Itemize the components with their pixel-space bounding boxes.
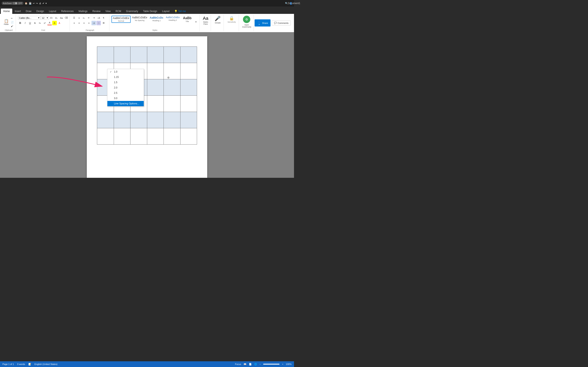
table-move-handle[interactable]: ⊕ bbox=[167, 76, 170, 79]
table-cell[interactable] bbox=[114, 128, 130, 145]
tab-draw[interactable]: Draw bbox=[23, 8, 34, 14]
table-cell[interactable] bbox=[114, 112, 130, 128]
italic-button[interactable]: I bbox=[23, 21, 27, 25]
align-left-button[interactable]: ≡ bbox=[72, 21, 76, 25]
clear-format-button[interactable]: ⌫ bbox=[64, 16, 69, 20]
comments-button[interactable]: 💬 Comments bbox=[272, 20, 291, 25]
table-cell[interactable] bbox=[97, 112, 114, 128]
tab-grammarly[interactable]: Grammarly bbox=[123, 8, 140, 14]
dictate-button[interactable]: 🎤 Dictate bbox=[213, 15, 222, 25]
ls-item-2-0[interactable]: 2.0 bbox=[107, 85, 144, 90]
tab-home[interactable]: Home bbox=[1, 8, 12, 14]
borders-button[interactable]: ⊞ bbox=[101, 21, 106, 25]
sensitivity-button[interactable]: 🔒 Sensitivity bbox=[226, 15, 237, 24]
align-center-button[interactable]: ≡ bbox=[77, 21, 81, 25]
tab-layout[interactable]: Layout bbox=[46, 8, 59, 14]
redo-icon[interactable]: ↪ bbox=[36, 2, 38, 5]
tab-view[interactable]: View bbox=[103, 8, 113, 14]
decrease-font-button[interactable]: A↓ bbox=[54, 16, 59, 20]
table-cell[interactable] bbox=[180, 112, 197, 128]
format-painter-button[interactable]: 🖌 bbox=[10, 25, 15, 28]
multilevel-button[interactable]: ≡↓ bbox=[82, 16, 86, 20]
table-cell[interactable] bbox=[97, 128, 114, 145]
strikethrough-button[interactable]: S bbox=[33, 21, 37, 25]
table-cell[interactable] bbox=[130, 112, 147, 128]
table-cell[interactable] bbox=[147, 128, 164, 145]
ls-item-options[interactable]: Line Spacing Options... bbox=[107, 101, 144, 106]
line-spacing-button[interactable]: ↕≡ bbox=[91, 21, 96, 25]
copy-button[interactable]: 📄 bbox=[10, 21, 15, 24]
increase-font-button[interactable]: A↑ bbox=[49, 16, 54, 20]
increase-indent-button[interactable]: ⇥ bbox=[91, 16, 96, 20]
bullets-button[interactable]: ☰ bbox=[72, 16, 76, 20]
underline-button[interactable]: U bbox=[28, 21, 32, 25]
style-no-spacing[interactable]: AaBbCcDdEe No Spacing bbox=[131, 16, 148, 22]
tab-tell-me[interactable]: 💡 Tell me bbox=[172, 8, 188, 14]
table-cell[interactable] bbox=[164, 47, 181, 63]
table-cell[interactable] bbox=[147, 79, 164, 96]
table-cell[interactable] bbox=[180, 47, 197, 63]
ls-item-1-5[interactable]: 1.5 bbox=[107, 80, 144, 85]
style-title[interactable]: AaBb Title bbox=[181, 16, 193, 23]
ls-item-3-0[interactable]: 3.0 bbox=[107, 96, 144, 101]
document-page[interactable]: ⊕ bbox=[87, 36, 207, 178]
font-color-button[interactable]: A bbox=[47, 21, 52, 25]
table-cell[interactable] bbox=[147, 63, 164, 79]
tab-tabledesign[interactable]: Table Design bbox=[141, 8, 160, 14]
style-heading1[interactable]: AaBbCcDc Heading 1 bbox=[149, 16, 164, 22]
paste-button[interactable]: 📋 Paste bbox=[3, 18, 9, 26]
table-cell[interactable] bbox=[180, 79, 197, 96]
styles-pane-button[interactable]: Aa StylesPane bbox=[202, 15, 210, 26]
tab-mailings[interactable]: Mailings bbox=[76, 8, 90, 14]
print-icon[interactable]: 🖨 bbox=[39, 2, 41, 4]
font-size-selector[interactable]: 12 ▾ bbox=[41, 16, 49, 20]
table-cell[interactable] bbox=[114, 47, 130, 63]
table-cell[interactable] bbox=[164, 112, 181, 128]
undo-icon[interactable]: ↩ bbox=[33, 2, 35, 5]
sort-button[interactable]: ↕A bbox=[96, 16, 101, 20]
justify-button[interactable]: ≡ bbox=[86, 21, 91, 25]
search-icon[interactable]: 🔍 bbox=[285, 2, 288, 5]
tab-design[interactable]: Design bbox=[34, 8, 46, 14]
spelling-icon[interactable]: ✔ bbox=[43, 2, 44, 5]
tab-layout2[interactable]: Layout bbox=[160, 8, 172, 14]
ls-item-1-0[interactable]: ✓ 1.0 bbox=[107, 69, 144, 75]
cut-button[interactable]: ✂ bbox=[10, 17, 15, 20]
align-right-button[interactable]: ≡ bbox=[82, 21, 86, 25]
highlight-button[interactable]: A bbox=[52, 21, 57, 25]
tab-rcm[interactable]: RCM bbox=[113, 8, 123, 14]
save-icon[interactable]: 💾 bbox=[29, 2, 32, 5]
table-cell[interactable] bbox=[147, 47, 164, 63]
subscript-button[interactable]: x₂ bbox=[38, 21, 42, 25]
shading-button[interactable]: □ bbox=[96, 21, 101, 25]
tab-insert[interactable]: Insert bbox=[12, 8, 23, 14]
styles-more-button[interactable]: ▾ bbox=[194, 20, 198, 24]
table-cell[interactable] bbox=[180, 96, 197, 112]
font-name-selector[interactable]: Calibri (Bo... ▾ bbox=[18, 16, 40, 20]
dropdown-icon[interactable]: ▾ bbox=[45, 2, 47, 5]
ls-item-1-15[interactable]: 1.15 bbox=[107, 75, 144, 80]
share-button[interactable]: 👤+ Share bbox=[255, 19, 270, 26]
table-cell[interactable] bbox=[164, 128, 181, 145]
table-cell[interactable] bbox=[147, 112, 164, 128]
decrease-indent-button[interactable]: ⇤ bbox=[86, 16, 91, 20]
grammarly-button[interactable]: G OpenGrammarly bbox=[241, 15, 252, 29]
numbering-button[interactable]: ≡ bbox=[77, 16, 81, 20]
table-cell[interactable] bbox=[180, 63, 197, 79]
table-cell[interactable] bbox=[164, 96, 181, 112]
table-cell[interactable] bbox=[164, 79, 181, 96]
ls-item-2-5[interactable]: 2.5 bbox=[107, 90, 144, 96]
table-cell[interactable] bbox=[180, 128, 197, 145]
table-cell[interactable] bbox=[97, 47, 114, 63]
table-cell[interactable] bbox=[147, 96, 164, 112]
table-cell[interactable] bbox=[164, 63, 181, 79]
tab-references[interactable]: References bbox=[59, 8, 76, 14]
autosave-toggle[interactable]: AutoSave OFF bbox=[2, 2, 24, 5]
style-heading2[interactable]: AaBbCcDdEe Heading 2 bbox=[165, 16, 181, 22]
table-cell[interactable] bbox=[130, 128, 147, 145]
font-color2-button[interactable]: A bbox=[57, 21, 62, 25]
bold-button[interactable]: B bbox=[18, 21, 22, 25]
tab-review[interactable]: Review bbox=[90, 8, 103, 14]
table-cell[interactable] bbox=[130, 47, 147, 63]
style-normal[interactable]: AaBbCcDdEe Normal bbox=[112, 16, 131, 23]
